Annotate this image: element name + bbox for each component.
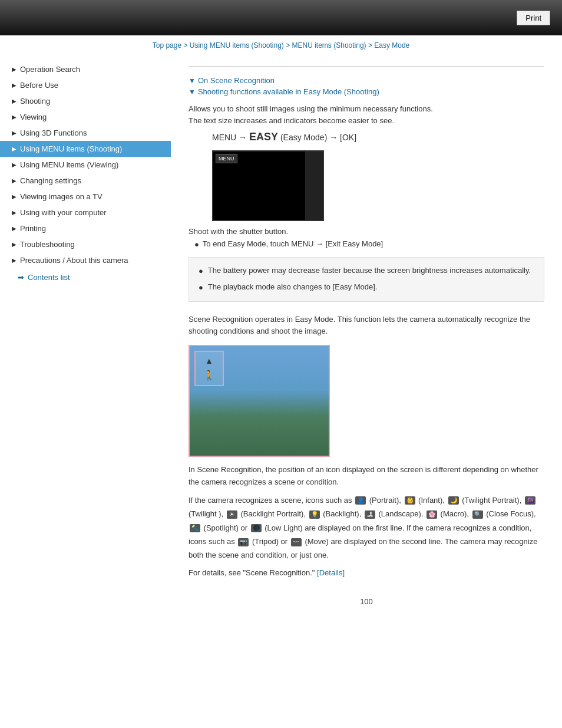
- sidebar-arrow-icon: ▶: [12, 162, 16, 168]
- breadcrumb-current: Easy Mode: [374, 41, 409, 50]
- scene-recognition-body1: Scene Recognition operates in Easy Mode.…: [189, 314, 544, 338]
- sidebar-item-printing[interactable]: ▶ Printing: [0, 220, 171, 236]
- camera-right-bar: [305, 151, 323, 220]
- sidebar-arrow-icon: ▶: [12, 177, 16, 184]
- sidebar-arrow-icon: ▶: [12, 146, 16, 152]
- triangle-down-icon: ▼: [189, 77, 196, 85]
- camera-menu-label: MENU: [216, 154, 237, 163]
- print-button[interactable]: Print: [517, 11, 550, 25]
- portrait-icon: 👤: [355, 496, 366, 505]
- sidebar-item-label: Printing: [20, 224, 46, 233]
- sidebar-arrow-icon: ▶: [12, 66, 16, 73]
- shoot-text: Shoot with the shutter button.: [189, 227, 544, 236]
- twilight-portrait-icon: 🌙: [448, 496, 459, 505]
- infant-icon: 👶: [405, 496, 415, 505]
- contents-list-link[interactable]: ➡ Contents list: [0, 268, 171, 286]
- sidebar: ▶ Operation Search ▶ Before Use ▶ Shooti…: [0, 55, 171, 624]
- section-link-shooting-functions[interactable]: ▼Shooting functions available in Easy Mo…: [189, 87, 544, 96]
- contents-list-label: Contents list: [28, 273, 70, 282]
- breadcrumb-using-menu[interactable]: Using MENU items (Shooting): [190, 41, 284, 50]
- landscape-icon: 🏞: [365, 510, 375, 519]
- scene-recognition-body2: In Scene Recognition, the position of an…: [189, 464, 544, 489]
- sidebar-item-label: Using MENU items (Viewing): [20, 160, 118, 169]
- sidebar-arrow-icon: ▶: [12, 241, 16, 248]
- sidebar-item-label: Viewing: [20, 113, 47, 121]
- sidebar-item-using-menu-viewing[interactable]: ▶ Using MENU items (Viewing): [0, 157, 171, 173]
- sidebar-item-before-use[interactable]: ▶ Before Use: [0, 77, 171, 93]
- icons-description: If the camera recognizes a scene, icons …: [189, 493, 544, 562]
- person-icon: 🚶: [203, 370, 215, 381]
- breadcrumb-menu-items[interactable]: MENU items (Shooting): [292, 41, 366, 50]
- sidebar-item-label: Precautions / About this camera: [20, 256, 128, 265]
- note-box: ● The battery power may decrease faster …: [189, 257, 544, 302]
- note-item-1: ● The battery power may decrease faster …: [199, 265, 534, 278]
- easy-mode-text: EASY: [249, 131, 278, 143]
- section-divider: [189, 66, 544, 67]
- twilight-icon: 🌆: [525, 496, 535, 505]
- sidebar-item-label: Troubleshooting: [20, 240, 75, 249]
- sidebar-item-label: Shooting: [20, 97, 50, 106]
- sidebar-item-precautions[interactable]: ▶ Precautions / About this camera: [0, 252, 171, 268]
- sidebar-item-troubleshooting[interactable]: ▶ Troubleshooting: [0, 236, 171, 252]
- page-header: Print: [0, 0, 562, 35]
- tripod-icon: 📷: [238, 538, 249, 546]
- sidebar-item-label: Viewing images on a TV: [20, 192, 103, 201]
- sidebar-item-operation-search[interactable]: ▶ Operation Search: [0, 61, 171, 77]
- spotlight-icon: 🔦: [190, 524, 200, 532]
- scene-overlay-box: ▲ 🚶: [194, 351, 224, 386]
- sidebar-arrow-icon: ▶: [12, 82, 16, 88]
- sidebar-arrow-icon: ▶: [12, 225, 16, 232]
- macro-icon: 🌸: [427, 510, 437, 519]
- move-icon: 〰: [291, 538, 302, 546]
- triangle-down-icon: ▼: [189, 88, 196, 96]
- sidebar-item-label: Using MENU items (Shooting): [20, 144, 122, 153]
- sidebar-item-shooting[interactable]: ▶ Shooting: [0, 93, 171, 109]
- sidebar-arrow-icon: ▶: [12, 193, 16, 200]
- sidebar-item-viewing[interactable]: ▶ Viewing: [0, 109, 171, 125]
- details-link[interactable]: [Details]: [317, 568, 345, 577]
- breadcrumb-top[interactable]: Top page: [153, 41, 181, 50]
- bullet-icon: ●: [194, 240, 199, 249]
- description-text: Allows you to shoot still images using t…: [189, 103, 544, 126]
- sidebar-item-using-menu-shooting[interactable]: ▶ Using MENU items (Shooting): [0, 141, 171, 157]
- sidebar-item-viewing-tv[interactable]: ▶ Viewing images on a TV: [0, 189, 171, 205]
- sidebar-item-label: Changing settings: [20, 176, 81, 185]
- sidebar-item-using-computer[interactable]: ▶ Using with your computer: [0, 205, 171, 220]
- scene-recognition-image: ▲ 🚶: [189, 345, 330, 457]
- sidebar-arrow-icon: ▶: [12, 257, 16, 263]
- sidebar-item-label: Using with your computer: [20, 208, 107, 217]
- camera-screen-mockup: MENU: [212, 150, 324, 221]
- menu-formula: MENU → EASY (Easy Mode) → [OK]: [212, 131, 544, 143]
- sidebar-item-label: Before Use: [20, 81, 58, 90]
- sidebar-item-changing-settings[interactable]: ▶ Changing settings: [0, 173, 171, 189]
- note-bullet-icon: ●: [199, 265, 203, 278]
- sidebar-item-label: Using 3D Functions: [20, 129, 87, 137]
- breadcrumb: Top page > Using MENU items (Shooting) >…: [0, 35, 562, 55]
- low-light-icon: 🌑: [251, 524, 262, 532]
- sidebar-item-label: Operation Search: [20, 65, 80, 74]
- arrow-right-icon: ➡: [18, 273, 24, 282]
- note-bullet-icon: ●: [199, 282, 203, 294]
- sidebar-arrow-icon: ▶: [12, 130, 16, 136]
- page-number: 100: [189, 597, 544, 606]
- sidebar-arrow-icon: ▶: [12, 114, 16, 120]
- backlight-portrait-icon: ☀: [227, 510, 237, 519]
- sidebar-arrow-icon: ▶: [12, 209, 16, 216]
- end-easy-mode-bullet: ● To end Easy Mode, touch MENU → [Exit E…: [194, 239, 544, 249]
- mountain-icon: ▲: [205, 356, 213, 365]
- backlight-icon: 💡: [309, 510, 320, 519]
- main-content: ▼On Scene Recognition ▼Shooting function…: [171, 55, 562, 624]
- sidebar-item-3d-functions[interactable]: ▶ Using 3D Functions: [0, 125, 171, 141]
- note-item-2: ● The playback mode also changes to [Eas…: [199, 281, 534, 294]
- details-text: For details, see "Scene Recognition." [D…: [189, 567, 544, 579]
- sidebar-arrow-icon: ▶: [12, 98, 16, 104]
- section-link-scene-recognition[interactable]: ▼On Scene Recognition: [189, 76, 544, 85]
- close-focus-icon: 🔍: [472, 510, 483, 519]
- page-layout: ▶ Operation Search ▶ Before Use ▶ Shooti…: [0, 55, 562, 624]
